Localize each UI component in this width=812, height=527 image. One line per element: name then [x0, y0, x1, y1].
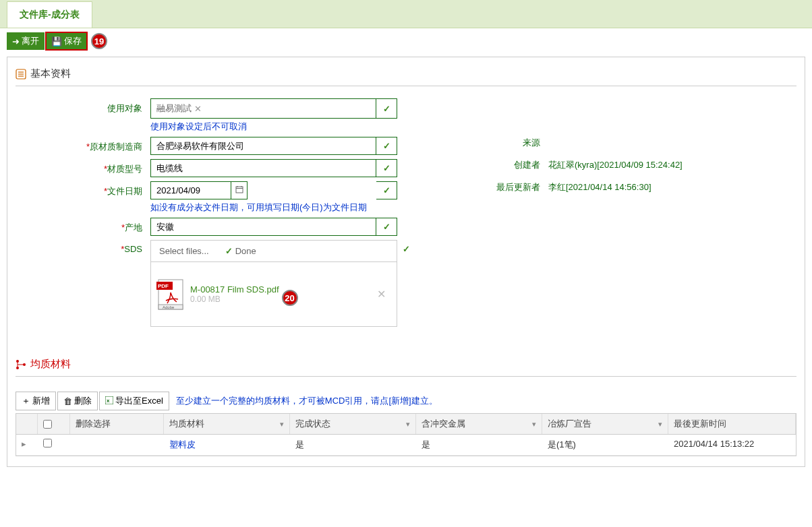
step-badge-20: 20 [282, 290, 298, 306]
calendar-button[interactable] [231, 181, 248, 199]
plus-icon: ＋ [22, 395, 30, 407]
svg-text:x: x [107, 398, 110, 404]
file-info: M-00817 Film SDS.pdf 20 0.00 MB [190, 284, 366, 304]
filter-icon[interactable]: ▾ [658, 420, 662, 429]
filter-icon[interactable]: ▾ [532, 420, 536, 429]
cell-plant: 是(1笔) [542, 435, 668, 455]
label-creator: 创建者 [427, 159, 548, 171]
trash-icon: 🗑 [63, 396, 72, 406]
header-material[interactable]: 均质材料▾ [164, 414, 290, 434]
label-model: *材质型号 [16, 159, 150, 175]
save-button[interactable]: 💾 保存 [46, 32, 87, 50]
check-icon: ✓ [225, 246, 233, 256]
file-select-bar: Select files... ✓ Done [150, 240, 397, 262]
materials-section-header: 均质材料 [16, 358, 796, 371]
header-plant[interactable]: 冶炼厂宣告▾ [542, 414, 668, 434]
form-icon [16, 69, 26, 80]
step-badge-19: 19 [91, 33, 107, 49]
save-icon: 💾 [51, 36, 62, 46]
check-icon: ✓ [383, 185, 390, 195]
file-date-input[interactable] [150, 181, 231, 199]
cell-status: 是 [290, 435, 416, 455]
row-sds: *SDS Select files... ✓ Done [16, 240, 796, 327]
label-source: 来源 [427, 137, 548, 149]
file-date-check-cell: ✓ [376, 181, 397, 199]
cell-conflict: 是 [416, 435, 542, 455]
check-icon: ✓ [383, 141, 390, 151]
check-icon: ✓ [403, 244, 410, 254]
manufacturer-input[interactable] [150, 137, 376, 155]
excel-icon: x [105, 396, 113, 406]
select-all-checkbox[interactable] [43, 420, 52, 429]
svg-text:Adobe: Adobe [163, 305, 175, 309]
model-check-cell: ✓ [376, 159, 397, 177]
target-tag: 融易測試 ✕ [156, 102, 202, 115]
header-bar: 文件库-成分表 [0, 0, 812, 28]
materials-section-title: 均质材料 [30, 358, 71, 371]
toolbar: ➜ 离开 💾 保存 19 [0, 28, 812, 54]
header-status[interactable]: 完成状态▾ [290, 414, 416, 434]
row-checkbox[interactable] [43, 439, 52, 447]
select-files-button[interactable]: Select files... [155, 245, 213, 257]
origin-input[interactable] [150, 218, 376, 236]
manufacturer-check-cell: ✓ [376, 137, 397, 155]
svg-text:PDF: PDF [158, 283, 169, 289]
delete-button[interactable]: 🗑 删除 [57, 392, 98, 410]
save-button-label: 保存 [64, 35, 82, 47]
header-update-time[interactable]: 最後更新时间 [668, 414, 796, 434]
divider [16, 86, 796, 86]
remove-tag-icon[interactable]: ✕ [194, 104, 202, 114]
updater-value: 李红[2021/04/14 14:56:30] [548, 181, 651, 193]
header-del-sel[interactable]: 删除选择 [70, 414, 164, 434]
leave-button[interactable]: ➜ 离开 [7, 32, 45, 50]
label-origin: *产地 [16, 218, 150, 234]
row-origin: *产地 ✓ [16, 218, 796, 236]
label-updater: 最后更新者 [427, 181, 548, 193]
calendar-icon [235, 185, 243, 195]
filter-icon[interactable]: ▾ [280, 420, 284, 429]
creator-value: 花紅翠(kyra)[2021/04/09 15:24:42] [548, 159, 683, 171]
target-tag-label: 融易測試 [156, 102, 192, 115]
materials-grid: 删除选择 均质材料▾ 完成状态▾ 含冲突金属▾ 冶炼厂宣告▾ 最後更新时间 ▸ … [16, 413, 796, 456]
file-list: PDF Adobe M-00817 Film SDS.pdf 20 [150, 262, 397, 327]
grid-toolbar: ＋ 新增 🗑 删除 x 导出至Excel 至少建立一个完整的均质材料，才可被MC… [16, 389, 796, 413]
export-excel-button[interactable]: x 导出至Excel [99, 392, 169, 410]
material-link[interactable]: 塑料皮 [169, 439, 196, 450]
label-manufacturer: *原材质制造商 [16, 137, 150, 153]
label-sds: *SDS [16, 240, 150, 254]
divider [16, 376, 796, 377]
cell-update-time: 2021/04/14 15:13:22 [668, 435, 796, 455]
label-file-date: *文件日期 [16, 181, 150, 197]
add-button[interactable]: ＋ 新增 [16, 392, 56, 410]
leave-button-label: 离开 [22, 35, 39, 47]
file-date-hint: 如没有成分表文件日期，可用填写日期(今日)为文件日期 [150, 202, 397, 214]
basic-section-header: 基本资料 [16, 67, 796, 80]
pdf-icon: PDF Adobe [156, 278, 185, 311]
remove-file-icon[interactable]: ✕ [372, 288, 391, 301]
main-panel: 基本资料 使用对象 融易測試 ✕ ✓ 使用对象设定后不可取消 [7, 57, 805, 467]
expand-row-icon[interactable]: ▸ [22, 439, 26, 449]
grid-hint: 至少建立一个完整的均质材料，才可被MCD引用，请点[新增]建立。 [176, 395, 438, 407]
file-size: 0.00 MB [190, 294, 366, 304]
label-target: 使用对象 [16, 98, 150, 115]
row-target: 使用对象 融易測試 ✕ ✓ 使用对象设定后不可取消 [16, 98, 796, 133]
target-hint: 使用对象设定后不可取消 [150, 121, 397, 133]
model-input[interactable] [150, 159, 376, 177]
check-icon: ✓ [383, 104, 390, 114]
row-manufacturer: *原材质制造商 ✓ 来源 [16, 137, 796, 155]
target-check-cell: ✓ [376, 98, 397, 119]
origin-check-cell: ✓ [376, 218, 397, 236]
tree-icon [16, 359, 26, 370]
target-input[interactable]: 融易測試 ✕ [150, 98, 376, 119]
file-name-link[interactable]: M-00817 Film SDS.pdf 20 [190, 284, 279, 294]
arrow-right-icon: ➜ [12, 36, 20, 46]
row-model: *材质型号 ✓ 创建者 花紅翠(kyra)[2021/04/09 15:24:4… [16, 159, 796, 177]
header-conflict[interactable]: 含冲突金属▾ [416, 414, 542, 434]
row-file-date: *文件日期 ✓ 如没有成分表文件日期，可用填写日期(今日)为文件日期 [16, 181, 796, 214]
tab-file-library[interactable]: 文件库-成分表 [7, 1, 92, 28]
svg-rect-4 [236, 187, 243, 193]
table-row: ▸ 塑料皮 是 是 是(1笔) 2021/04/14 15:13:22 [16, 435, 796, 456]
basic-section-title: 基本资料 [30, 67, 71, 80]
upload-done-status: ✓ Done [225, 246, 256, 256]
filter-icon[interactable]: ▾ [406, 420, 410, 429]
